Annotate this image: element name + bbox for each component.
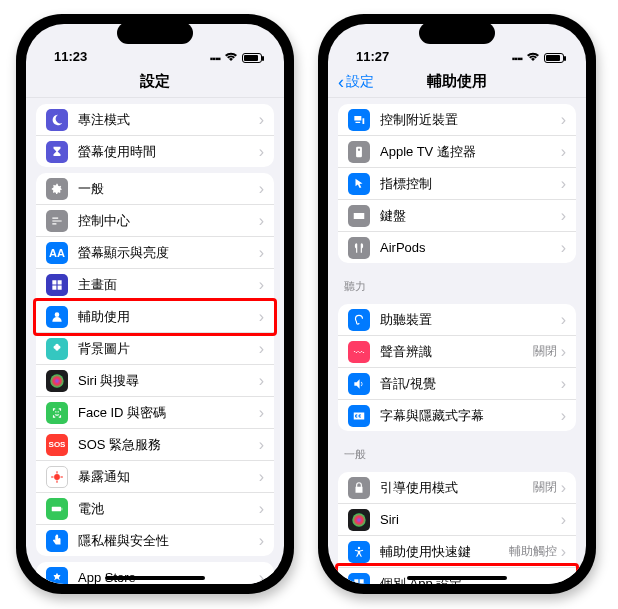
row-exposure[interactable]: 暴露通知› (36, 461, 274, 493)
row-battery[interactable]: 電池› (36, 493, 274, 525)
row-label: Siri (380, 512, 561, 527)
row-label: 字幕與隱藏式字幕 (380, 407, 561, 425)
settings-group: 一般›控制中心›AA螢幕顯示與亮度›主畫面›輔助使用›背景圖片›Siri 與搜尋… (36, 173, 274, 556)
row-accessibility[interactable]: 輔助使用› (36, 301, 274, 333)
row-appstore[interactable]: App Store› (36, 562, 274, 584)
wifi-icon (224, 52, 238, 64)
sos-icon: SOS (46, 434, 68, 456)
row-subtitles[interactable]: 字幕與隱藏式字幕› (338, 400, 576, 431)
face-icon (46, 402, 68, 424)
chevron-right-icon: › (561, 176, 566, 192)
moon-icon (46, 109, 68, 131)
row-label: Apple TV 遙控器 (380, 143, 561, 161)
row-nearby[interactable]: 控制附近裝置› (338, 104, 576, 136)
devices-icon (348, 109, 370, 131)
section-header: 一般 (328, 437, 586, 466)
chevron-right-icon: › (561, 208, 566, 224)
home-indicator[interactable] (105, 576, 205, 580)
row-label: 電池 (78, 500, 259, 518)
chevron-right-icon: › (259, 501, 264, 517)
kbd-icon (348, 205, 370, 227)
row-label: 控制附近裝置 (380, 111, 561, 129)
row-focus[interactable]: 專注模式› (36, 104, 274, 136)
row-guided[interactable]: 引導使用模式關閉› (338, 472, 576, 504)
row-label: 螢幕顯示與亮度 (78, 244, 259, 262)
chevron-right-icon: › (561, 480, 566, 496)
row-keyboard[interactable]: 鍵盤› (338, 200, 576, 232)
aa-icon: AA (46, 242, 68, 264)
row-label: 主畫面 (78, 276, 259, 294)
pointer-icon (348, 173, 370, 195)
ear-icon (348, 309, 370, 331)
accessibility-list[interactable]: 控制附近裝置›Apple TV 遙控器›指標控制›鍵盤›AirPods›聽力助聽… (328, 98, 586, 584)
row-screentime[interactable]: 螢幕使用時間› (36, 136, 274, 167)
hand-icon (46, 530, 68, 552)
row-display[interactable]: AA螢幕顯示與亮度› (36, 237, 274, 269)
row-airpods[interactable]: AirPods› (338, 232, 576, 263)
back-button[interactable]: ‹ 設定 (338, 73, 374, 91)
astore-icon (46, 567, 68, 585)
row-label: 音訊/視覺 (380, 375, 561, 393)
row-label: 暴露通知 (78, 468, 259, 486)
row-general[interactable]: 一般› (36, 173, 274, 205)
row-privacy[interactable]: 隱私權與安全性› (36, 525, 274, 556)
row-label: Siri 與搜尋 (78, 372, 259, 390)
row-label: 指標控制 (380, 175, 561, 193)
chevron-right-icon: › (259, 181, 264, 197)
row-sos[interactable]: SOSSOS 緊急服務› (36, 429, 274, 461)
chevron-right-icon: › (259, 533, 264, 549)
settings-group: 控制附近裝置›Apple TV 遙控器›指標控制›鍵盤›AirPods› (338, 104, 576, 263)
phone-left: 11:23 ▪▪▪▪ 設定 專注模式›螢幕使用時間›一般›控制中心›AA螢幕顯示… (16, 14, 294, 594)
chevron-left-icon: ‹ (338, 73, 344, 91)
row-wallpaper[interactable]: 背景圖片› (36, 333, 274, 365)
svg-point-6 (352, 513, 365, 526)
row-pointer[interactable]: 指標控制› (338, 168, 576, 200)
row-label: Face ID 與密碼 (78, 404, 259, 422)
lock-icon (348, 477, 370, 499)
dynamic-island (419, 22, 495, 44)
row-faceid[interactable]: Face ID 與密碼› (36, 397, 274, 429)
row-appletv[interactable]: Apple TV 遙控器› (338, 136, 576, 168)
home-indicator[interactable] (407, 576, 507, 580)
settings-group: 助聽裝置›聲音辨識關閉›音訊/視覺›字幕與隱藏式字幕› (338, 304, 576, 431)
row-soundrec[interactable]: 聲音辨識關閉› (338, 336, 576, 368)
chevron-right-icon: › (561, 576, 566, 585)
row-homescreen[interactable]: 主畫面› (36, 269, 274, 301)
row-hearing[interactable]: 助聽裝置› (338, 304, 576, 336)
row-label: 一般 (78, 180, 259, 198)
flower-icon (46, 338, 68, 360)
chevron-right-icon: › (561, 144, 566, 160)
status-time: 11:23 (54, 49, 87, 64)
row-label: AirPods (380, 240, 561, 255)
cc-icon (348, 405, 370, 427)
acc-icon (348, 541, 370, 563)
signal-icon: ▪▪▪▪ (512, 53, 522, 64)
settings-list[interactable]: 專注模式›螢幕使用時間›一般›控制中心›AA螢幕顯示與亮度›主畫面›輔助使用›背… (26, 98, 284, 584)
chevron-right-icon: › (259, 144, 264, 160)
chevron-right-icon: › (259, 570, 264, 585)
nav-bar: ‹ 設定 輔助使用 (328, 66, 586, 98)
remote-icon (348, 141, 370, 163)
svg-point-1 (54, 474, 60, 480)
row-audiovis[interactable]: 音訊/視覺› (338, 368, 576, 400)
signal-icon: ▪▪▪▪ (210, 53, 220, 64)
row-siri[interactable]: Siri 與搜尋› (36, 365, 274, 397)
row-value: 關閉 (533, 343, 557, 360)
chevron-right-icon: › (561, 112, 566, 128)
chevron-right-icon: › (561, 312, 566, 328)
row-shortcut[interactable]: 輔助使用快速鍵輔助觸控› (338, 536, 576, 568)
row-sirigen[interactable]: Siri› (338, 504, 576, 536)
chevron-right-icon: › (259, 341, 264, 357)
airpods-icon (348, 237, 370, 259)
row-label: 專注模式 (78, 111, 259, 129)
settings-group: 引導使用模式關閉›Siri›輔助使用快速鍵輔助觸控›個別 App 設定› (338, 472, 576, 584)
status-time: 11:27 (356, 49, 389, 64)
chevron-right-icon: › (561, 240, 566, 256)
row-value: 關閉 (533, 479, 557, 496)
perapp-icon (348, 573, 370, 585)
chevron-right-icon: › (561, 408, 566, 424)
row-controlcenter[interactable]: 控制中心› (36, 205, 274, 237)
back-label: 設定 (346, 73, 374, 91)
page-title: 輔助使用 (427, 72, 487, 91)
row-label: 聲音辨識 (380, 343, 533, 361)
